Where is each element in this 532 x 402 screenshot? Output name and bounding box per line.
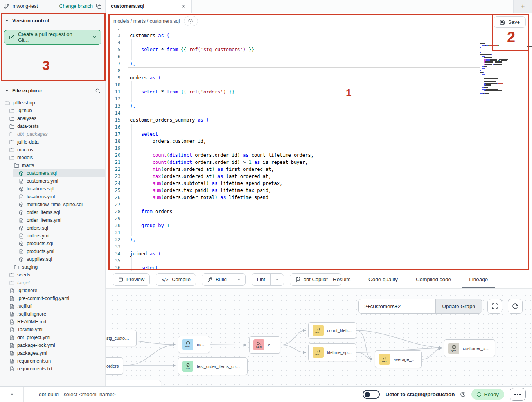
change-branch-link[interactable]: Change branch [59,4,93,9]
tab-compiled-code[interactable]: Compiled code [413,271,453,288]
tab-lineage[interactable]: Lineage [467,271,490,288]
file-tree-item-staging[interactable]: staging [0,263,105,271]
file-tree-item-marts[interactable]: marts [0,162,105,169]
file-tree-label: staging [22,264,38,270]
file-tree-item--sqlfluffignore[interactable]: .sqlfluffignore [0,310,105,318]
file-tree-item-orders-sql[interactable]: orders.sql [0,224,105,232]
lineage-node-customer-order-metrics[interactable]: QRYcustomer_order_metrics [444,339,495,357]
file-tree-item-order-items-sql[interactable]: order_items.sql [0,208,105,216]
lineage-node-orders[interactable]: MDLorders [106,357,123,375]
lineage-node-stg-customers[interactable]: MDLstg_customers [106,330,137,346]
file-tree-item-readme-md[interactable]: README.md [0,318,105,326]
file-tree-item-requirements-txt[interactable]: requirements.txt [0,365,105,373]
lineage-node-test-order-items-compute-to-bools-[interactable]: TSTtest_order_items_compute_to_bools... [178,357,248,375]
indent-guide [131,215,132,222]
file-tree-item-dbt-packages[interactable]: dbt_packages [0,130,105,138]
refresh-button[interactable] [508,299,523,314]
indent-guide [143,187,143,194]
file-tree-item-products-sql[interactable]: products.sql [0,240,105,248]
file-tree-item-jaffle-shop[interactable]: jaffle-shop [0,99,105,107]
file-tree-item-locations-yml[interactable]: locations.yml [0,193,105,201]
file-tree-item-models[interactable]: models [0,154,105,162]
compass-button[interactable] [184,16,198,26]
indent-guide [131,257,132,264]
file-tree-item-products-yml[interactable]: products.yml [0,248,105,255]
file-tree-label: customers.yml [27,178,58,184]
close-icon[interactable] [181,4,186,9]
model-cube-icon [19,241,24,246]
divider [23,387,24,402]
indent-guide [143,152,143,159]
file-tree-item-jaffle-data[interactable]: jaffle-data [0,138,105,146]
chevron-up-icon[interactable] [0,392,23,397]
compile-button[interactable]: </>Compile [156,273,196,286]
help-icon[interactable] [460,391,466,397]
version-control-header[interactable]: Version control [0,13,105,27]
more-options-button[interactable] [510,388,526,401]
line-number: 5 [106,46,120,53]
copy-icon[interactable] [96,4,101,9]
lineage-node[interactable] [106,380,161,386]
lineage-node-customers[interactable]: SEMcustomers [249,336,280,354]
file-tree-item--sqlfluff[interactable]: .sqlfluff [0,302,105,310]
chevron-down-button[interactable] [232,274,245,285]
build-button[interactable]: Build [202,273,246,286]
line-number: 12 [106,95,120,102]
file-tree-item-supplies-sql[interactable]: supplies.sql [0,255,105,263]
file-tree-item--gitignore[interactable]: .gitignore [0,287,105,294]
file-explorer-header[interactable]: File explorer [0,83,105,97]
file-tree-item-order-items-yml[interactable]: order_items.yml [0,216,105,224]
create-pr-button[interactable]: Create a pull request on Git... [4,30,88,44]
lint-button[interactable]: Lint [252,273,284,286]
lineage-node-average-order-value[interactable]: METaverage_order_value [375,350,422,368]
file-tree-item-data-tests[interactable]: data-tests [0,122,105,130]
save-button[interactable]: Save [494,16,526,28]
lineage-controls: Update Graph [358,299,523,314]
file-tree-item-analyses[interactable]: analyses [0,115,105,122]
indent-guide [131,138,132,145]
file-tree-item-customers-sql[interactable]: customers.sql [13,169,105,177]
toggle-knob [365,392,370,397]
file-tree-item-metricflow-time-spine-sql[interactable]: metricflow_time_spine.sql [0,201,105,208]
file-tree-item-packages-yml[interactable]: packages.yml [0,349,105,357]
search-icon[interactable] [95,88,101,93]
code-line-19: 19 [106,145,480,152]
file-tree-item-dbt-project-yml[interactable]: dbt_project.yml [0,334,105,341]
lineage-node-lifetime-spend-pretax[interactable]: METlifetime_spend_pretax [308,343,356,361]
file-tree-item-orders-yml[interactable]: orders.yml [0,232,105,240]
line-number: 8 [106,67,120,74]
file-tree-item-target[interactable]: target [0,279,105,287]
new-tab-button[interactable]: + [513,0,532,13]
tab-code-quality[interactable]: Code quality [366,271,400,288]
file-tree-item-requirements-in[interactable]: requirements.in [0,357,105,365]
tab-customers-sql[interactable]: customers.sql [106,0,192,13]
file-tree-label: README.md [17,319,46,325]
fullscreen-button[interactable] [487,299,502,314]
command-input[interactable]: dbt build --select <model_name> [39,391,363,397]
code-editor[interactable]: 23customers as (45 select * from {{ ref(… [106,29,532,271]
lineage-node-customers[interactable]: MDLcustomers [178,336,210,353]
file-tree-item-seeds[interactable]: seeds [0,271,105,279]
preview-button[interactable]: Preview [113,273,150,286]
file-tree-item--pre-commit-config-yaml[interactable]: .pre-commit-config.yaml [0,294,105,302]
file-tree-item--github[interactable]: .github [0,107,105,115]
save-icon [500,20,505,25]
line-number: 27 [106,201,120,208]
lineage-filter-input[interactable] [359,299,435,313]
indent-guide [143,173,143,180]
file-tree-label: orders.sql [27,225,48,231]
file-tree-item-macros[interactable]: macros [0,146,105,154]
create-pr-caret-button[interactable] [88,30,101,44]
update-graph-button[interactable]: Update Graph [435,299,482,313]
file-tree-item-package-lock-yml[interactable]: package-lock.yml [0,341,105,349]
file-tree-item-locations-sql[interactable]: locations.sql [0,185,105,193]
tab-results[interactable]: Results [331,271,353,288]
lineage-node-count-lifetime-orders[interactable]: METcount_lifetime_orders [308,322,356,339]
chevron-down-button[interactable] [270,274,284,285]
file-tree-item-taskfile-yml[interactable]: Taskfile.yml [0,326,105,334]
node-label: lifetime_spend_pretax [327,350,352,355]
defer-toggle[interactable] [363,390,380,399]
file-tree-label: .gitignore [17,288,37,293]
file-tree-item-customers-yml[interactable]: customers.yml [0,177,105,185]
minimap[interactable] [480,42,516,95]
